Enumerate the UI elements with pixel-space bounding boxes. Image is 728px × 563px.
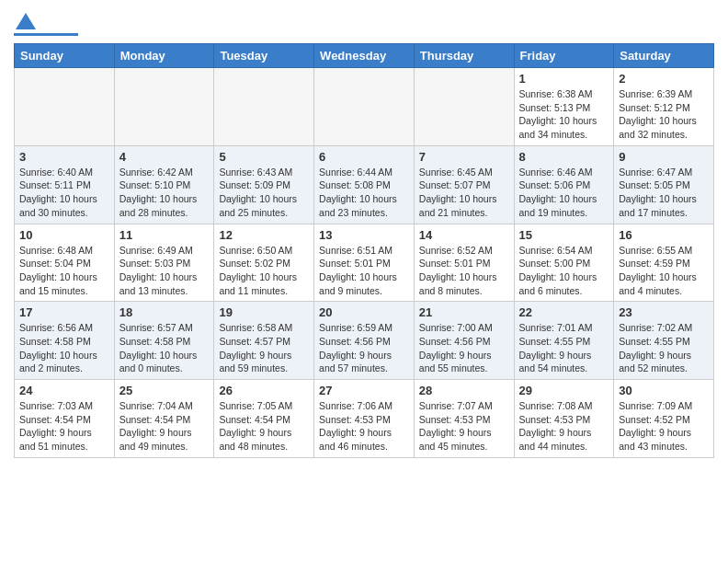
calendar-cell: 28Sunrise: 7:07 AM Sunset: 4:53 PM Dayli…	[414, 380, 514, 458]
weekday-header-thursday: Thursday	[414, 44, 514, 68]
day-info: Sunrise: 7:03 AM Sunset: 4:54 PM Dayligh…	[19, 399, 109, 454]
day-number: 16	[619, 228, 709, 242]
calendar-cell: 21Sunrise: 7:00 AM Sunset: 4:56 PM Dayli…	[414, 302, 514, 380]
calendar-cell: 14Sunrise: 6:52 AM Sunset: 5:01 PM Dayli…	[414, 224, 514, 302]
calendar-cell: 9Sunrise: 6:47 AM Sunset: 5:05 PM Daylig…	[614, 145, 714, 224]
calendar-week-row: 3Sunrise: 6:40 AM Sunset: 5:11 PM Daylig…	[15, 145, 714, 224]
calendar-cell	[414, 68, 514, 146]
calendar-cell: 1Sunrise: 6:38 AM Sunset: 5:13 PM Daylig…	[514, 68, 614, 146]
calendar-cell: 20Sunrise: 6:59 AM Sunset: 4:56 PM Dayli…	[314, 302, 415, 380]
day-info: Sunrise: 7:06 AM Sunset: 4:53 PM Dayligh…	[319, 399, 409, 454]
day-info: Sunrise: 6:44 AM Sunset: 5:08 PM Dayligh…	[319, 166, 409, 220]
day-number: 6	[319, 150, 409, 164]
day-number: 30	[619, 384, 709, 397]
calendar-cell: 15Sunrise: 6:54 AM Sunset: 5:00 PM Dayli…	[514, 224, 614, 302]
day-number: 23	[619, 305, 709, 319]
calendar-cell: 27Sunrise: 7:06 AM Sunset: 4:53 PM Dayli…	[314, 380, 415, 458]
calendar-cell: 26Sunrise: 7:05 AM Sunset: 4:54 PM Dayli…	[214, 380, 314, 458]
day-info: Sunrise: 7:01 AM Sunset: 4:55 PM Dayligh…	[519, 321, 609, 375]
weekday-header-sunday: Sunday	[15, 44, 115, 68]
weekday-header-wednesday: Wednesday	[314, 44, 415, 68]
calendar-cell: 30Sunrise: 7:09 AM Sunset: 4:52 PM Dayli…	[614, 380, 714, 458]
day-info: Sunrise: 6:50 AM Sunset: 5:02 PM Dayligh…	[219, 244, 309, 298]
day-number: 17	[19, 305, 109, 319]
calendar-week-row: 24Sunrise: 7:03 AM Sunset: 4:54 PM Dayli…	[15, 380, 714, 458]
calendar-cell: 11Sunrise: 6:49 AM Sunset: 5:03 PM Dayli…	[114, 224, 214, 302]
day-info: Sunrise: 6:58 AM Sunset: 4:57 PM Dayligh…	[219, 321, 309, 375]
calendar-cell	[214, 68, 314, 146]
calendar-cell: 4Sunrise: 6:42 AM Sunset: 5:10 PM Daylig…	[114, 145, 214, 224]
day-number: 15	[519, 228, 609, 242]
day-number: 2	[619, 72, 709, 86]
day-number: 3	[19, 150, 109, 164]
day-info: Sunrise: 6:46 AM Sunset: 5:06 PM Dayligh…	[519, 166, 609, 220]
day-info: Sunrise: 6:40 AM Sunset: 5:11 PM Dayligh…	[19, 166, 109, 220]
calendar-cell: 13Sunrise: 6:51 AM Sunset: 5:01 PM Dayli…	[314, 224, 415, 302]
logo-icon	[16, 11, 36, 31]
day-number: 12	[219, 228, 309, 242]
day-info: Sunrise: 6:51 AM Sunset: 5:01 PM Dayligh…	[319, 244, 409, 298]
day-number: 24	[19, 384, 109, 397]
day-number: 29	[519, 384, 609, 397]
day-number: 21	[419, 305, 509, 319]
day-number: 28	[419, 384, 509, 397]
day-info: Sunrise: 7:05 AM Sunset: 4:54 PM Dayligh…	[219, 399, 309, 454]
day-info: Sunrise: 6:59 AM Sunset: 4:56 PM Dayligh…	[319, 321, 409, 375]
page-container: SundayMondayTuesdayWednesdayThursdayFrid…	[0, 0, 728, 472]
calendar-cell: 5Sunrise: 6:43 AM Sunset: 5:09 PM Daylig…	[214, 145, 314, 224]
calendar-cell: 17Sunrise: 6:56 AM Sunset: 4:58 PM Dayli…	[15, 302, 115, 380]
calendar-cell: 22Sunrise: 7:01 AM Sunset: 4:55 PM Dayli…	[514, 302, 614, 380]
day-info: Sunrise: 6:45 AM Sunset: 5:07 PM Dayligh…	[419, 166, 509, 220]
header	[14, 9, 714, 36]
day-info: Sunrise: 6:55 AM Sunset: 4:59 PM Dayligh…	[619, 244, 709, 298]
weekday-header-row: SundayMondayTuesdayWednesdayThursdayFrid…	[15, 44, 714, 68]
calendar-week-row: 17Sunrise: 6:56 AM Sunset: 4:58 PM Dayli…	[15, 302, 714, 380]
calendar-cell	[114, 68, 214, 146]
day-number: 10	[19, 228, 109, 242]
calendar-table: SundayMondayTuesdayWednesdayThursdayFrid…	[14, 43, 714, 458]
day-number: 27	[319, 384, 409, 397]
calendar-cell: 7Sunrise: 6:45 AM Sunset: 5:07 PM Daylig…	[414, 145, 514, 224]
day-info: Sunrise: 6:56 AM Sunset: 4:58 PM Dayligh…	[19, 321, 109, 375]
calendar-cell: 25Sunrise: 7:04 AM Sunset: 4:54 PM Dayli…	[114, 380, 214, 458]
day-info: Sunrise: 6:52 AM Sunset: 5:01 PM Dayligh…	[419, 244, 509, 298]
weekday-header-friday: Friday	[514, 44, 614, 68]
day-number: 5	[219, 150, 309, 164]
calendar-week-row: 1Sunrise: 6:38 AM Sunset: 5:13 PM Daylig…	[15, 68, 714, 146]
weekday-header-monday: Monday	[114, 44, 214, 68]
day-info: Sunrise: 6:48 AM Sunset: 5:04 PM Dayligh…	[19, 244, 109, 298]
day-info: Sunrise: 7:02 AM Sunset: 4:55 PM Dayligh…	[619, 321, 709, 375]
logo-underline	[14, 33, 78, 36]
calendar-cell	[314, 68, 415, 146]
calendar-cell: 16Sunrise: 6:55 AM Sunset: 4:59 PM Dayli…	[614, 224, 714, 302]
day-number: 25	[119, 384, 210, 397]
day-info: Sunrise: 7:07 AM Sunset: 4:53 PM Dayligh…	[419, 399, 509, 454]
day-number: 1	[519, 72, 609, 86]
day-info: Sunrise: 6:42 AM Sunset: 5:10 PM Dayligh…	[119, 166, 210, 220]
day-number: 18	[119, 305, 210, 319]
day-info: Sunrise: 6:43 AM Sunset: 5:09 PM Dayligh…	[219, 166, 309, 220]
day-info: Sunrise: 7:09 AM Sunset: 4:52 PM Dayligh…	[619, 399, 709, 454]
day-info: Sunrise: 6:38 AM Sunset: 5:13 PM Dayligh…	[519, 87, 609, 142]
day-number: 9	[619, 150, 709, 164]
calendar-cell: 8Sunrise: 6:46 AM Sunset: 5:06 PM Daylig…	[514, 145, 614, 224]
calendar-week-row: 10Sunrise: 6:48 AM Sunset: 5:04 PM Dayli…	[15, 224, 714, 302]
day-number: 19	[219, 305, 309, 319]
calendar-cell: 12Sunrise: 6:50 AM Sunset: 5:02 PM Dayli…	[214, 224, 314, 302]
day-info: Sunrise: 7:04 AM Sunset: 4:54 PM Dayligh…	[119, 399, 210, 454]
calendar-cell: 24Sunrise: 7:03 AM Sunset: 4:54 PM Dayli…	[15, 380, 115, 458]
logo	[14, 9, 78, 36]
day-info: Sunrise: 6:49 AM Sunset: 5:03 PM Dayligh…	[119, 244, 210, 298]
calendar-cell: 18Sunrise: 6:57 AM Sunset: 4:58 PM Dayli…	[114, 302, 214, 380]
calendar-cell: 2Sunrise: 6:39 AM Sunset: 5:12 PM Daylig…	[614, 68, 714, 146]
calendar-cell: 29Sunrise: 7:08 AM Sunset: 4:53 PM Dayli…	[514, 380, 614, 458]
day-number: 22	[519, 305, 609, 319]
calendar-cell: 10Sunrise: 6:48 AM Sunset: 5:04 PM Dayli…	[15, 224, 115, 302]
day-number: 4	[119, 150, 210, 164]
day-info: Sunrise: 6:47 AM Sunset: 5:05 PM Dayligh…	[619, 166, 709, 220]
day-info: Sunrise: 6:57 AM Sunset: 4:58 PM Dayligh…	[119, 321, 210, 375]
svg-marker-0	[16, 13, 36, 29]
calendar-cell: 19Sunrise: 6:58 AM Sunset: 4:57 PM Dayli…	[214, 302, 314, 380]
day-info: Sunrise: 6:54 AM Sunset: 5:00 PM Dayligh…	[519, 244, 609, 298]
weekday-header-tuesday: Tuesday	[214, 44, 314, 68]
